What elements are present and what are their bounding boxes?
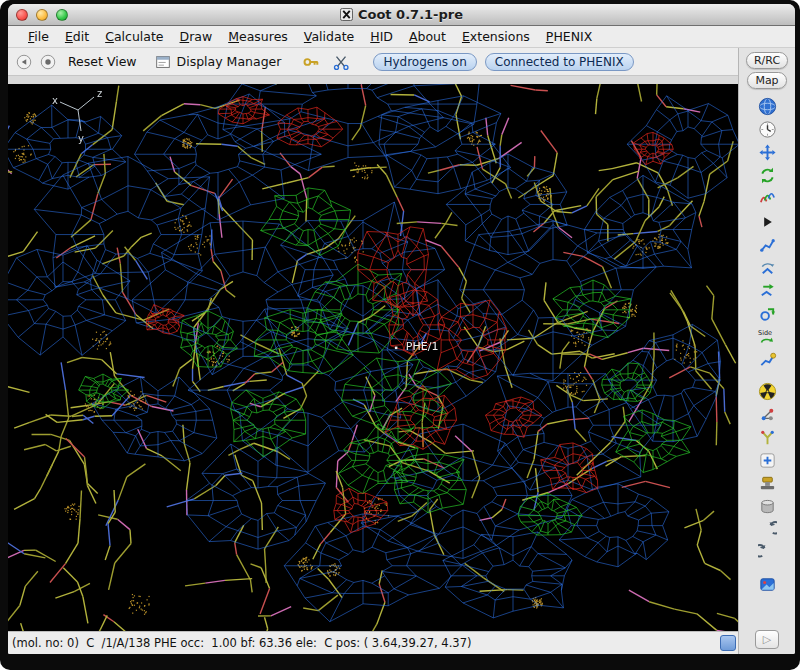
map-button[interactable]: Map bbox=[747, 72, 786, 89]
gl-canvas[interactable] bbox=[8, 84, 738, 631]
display-manager-button[interactable]: Display Manager bbox=[147, 50, 288, 74]
window-title: Coot 0.7.1-pre bbox=[358, 7, 463, 22]
app-window: Coot 0.7.1-pre FileEditCalculateDrawMeas… bbox=[0, 0, 800, 670]
spiral-icon[interactable] bbox=[755, 187, 779, 210]
toolbar: Reset View Display Manager Hydrogens on … bbox=[8, 48, 738, 76]
right-toolbar: R/RC Map Side ▷ bbox=[738, 48, 795, 654]
expander-triangle-icon[interactable] bbox=[755, 210, 779, 233]
toolbar-stock-icon-1[interactable] bbox=[14, 52, 34, 72]
undo-icon[interactable] bbox=[755, 518, 779, 541]
x11-app-icon bbox=[340, 8, 353, 21]
menubar: FileEditCalculateDrawMeasuresValidateHID… bbox=[8, 26, 795, 48]
autofit-rotamer-icon[interactable] bbox=[755, 279, 779, 302]
redo-icon[interactable] bbox=[755, 541, 779, 564]
menu-extensions[interactable]: Extensions bbox=[454, 27, 538, 46]
add-terminal-residue-icon[interactable] bbox=[755, 348, 779, 371]
menu-phenix[interactable]: PHENIX bbox=[538, 27, 600, 46]
atom-bond-icon[interactable] bbox=[755, 403, 779, 426]
gl-viewport bbox=[8, 84, 738, 631]
pepflip-icon[interactable] bbox=[755, 256, 779, 279]
svg-text:Side: Side bbox=[758, 328, 772, 336]
translate-icon[interactable] bbox=[755, 141, 779, 164]
mutate-icon[interactable] bbox=[755, 302, 779, 325]
clock-icon[interactable] bbox=[755, 118, 779, 141]
scissors-icon[interactable] bbox=[331, 52, 351, 72]
pane-resize-handle[interactable] bbox=[720, 635, 736, 651]
add-atom-icon[interactable] bbox=[755, 449, 779, 472]
statusbar: (mol. no: 0) C /1/A/138 PHE occ: 1.00 bf… bbox=[8, 631, 738, 654]
titlebar[interactable]: Coot 0.7.1-pre bbox=[8, 4, 795, 26]
reset-view-button[interactable]: Reset View bbox=[62, 52, 143, 71]
hydrogens-toggle-button[interactable]: Hydrogens on bbox=[373, 53, 476, 71]
rotate-icon[interactable] bbox=[755, 164, 779, 187]
key-icon[interactable] bbox=[301, 52, 321, 72]
menu-about[interactable]: About bbox=[401, 27, 454, 46]
status-text: (mol. no: 0) C /1/A/138 PHE occ: 1.00 bf… bbox=[12, 636, 471, 650]
menu-draw[interactable]: Draw bbox=[172, 27, 221, 46]
menu-file[interactable]: File bbox=[20, 27, 57, 46]
play-button[interactable]: ▷ bbox=[755, 630, 779, 649]
menu-measures[interactable]: Measures bbox=[220, 27, 296, 46]
menu-edit[interactable]: Edit bbox=[57, 27, 97, 46]
alt-conf-icon[interactable] bbox=[755, 426, 779, 449]
cylinder-icon[interactable] bbox=[755, 495, 779, 518]
display-manager-icon bbox=[153, 52, 173, 72]
stamp-icon[interactable] bbox=[755, 472, 779, 495]
side-chain-flip-icon[interactable]: Side bbox=[755, 325, 779, 348]
phenix-connection-button[interactable]: Connected to PHENIX bbox=[485, 53, 634, 71]
sphere-icon[interactable] bbox=[755, 95, 779, 118]
radiation-icon[interactable] bbox=[755, 380, 779, 403]
rrc-button[interactable]: R/RC bbox=[746, 52, 788, 69]
modelling-icon-strip: Side bbox=[739, 95, 795, 630]
menu-validate[interactable]: Validate bbox=[296, 27, 362, 46]
toolbar-stock-icon-2[interactable] bbox=[38, 52, 58, 72]
menu-hid[interactable]: HID bbox=[362, 27, 401, 46]
flag-icon[interactable] bbox=[755, 573, 779, 596]
rotamer-icon[interactable] bbox=[755, 233, 779, 256]
menu-calculate[interactable]: Calculate bbox=[97, 27, 171, 46]
